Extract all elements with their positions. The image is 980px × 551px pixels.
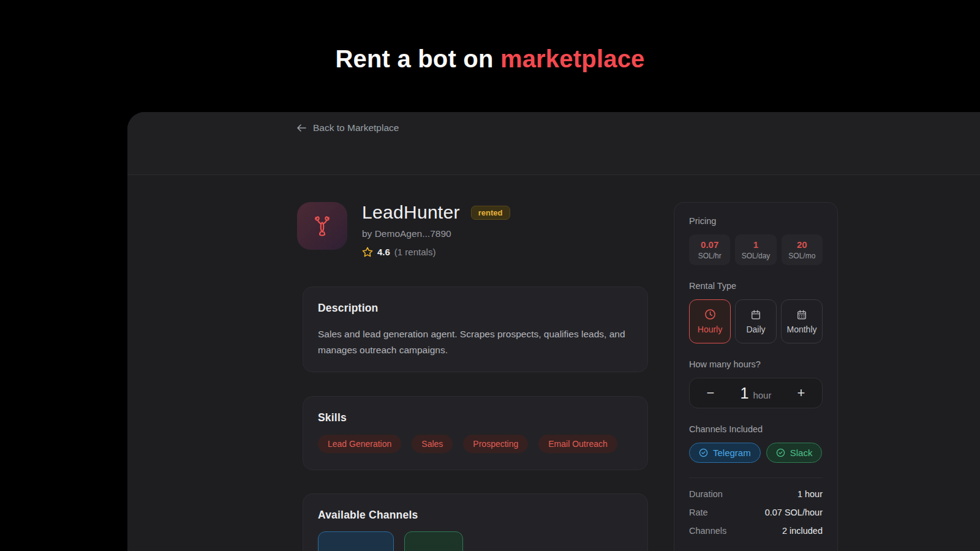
arrow-left-icon	[296, 124, 307, 132]
description-title: Description	[318, 302, 633, 315]
tier-value: 0.07	[690, 239, 729, 250]
summary-value: 0.07 SOL/hour	[765, 506, 823, 519]
rental-type-label-monthly: Monthly	[786, 324, 816, 334]
description-body: Sales and lead generation agent. Scrapes…	[318, 326, 633, 358]
summary-label: Channels	[689, 525, 726, 537]
calendar-icon	[750, 309, 761, 320]
bot-owner: by DemoAgen...7890	[362, 228, 510, 239]
summary-value: 2 included	[782, 525, 823, 537]
summary-label: Duration	[689, 488, 723, 500]
description-card: Description Sales and lead generation ag…	[303, 287, 648, 372]
available-channel-telegram[interactable]	[318, 531, 394, 551]
summary-label: Rate	[689, 506, 708, 519]
pricing-tier-daily: 1 SOL/day	[735, 234, 776, 265]
skill-pill: Email Outreach	[538, 435, 617, 453]
summary-row-rate: Rate 0.07 SOL/hour	[689, 506, 823, 519]
summary-row-duration: Duration 1 hour	[689, 488, 823, 500]
rating-value: 4.6	[377, 247, 390, 257]
available-channels-card: Available Channels	[303, 493, 648, 551]
tier-value: 20	[783, 239, 821, 250]
duration-label: How many hours?	[689, 359, 823, 369]
calendar-month-icon	[796, 309, 807, 320]
skill-pill: Sales	[412, 435, 453, 453]
page-title-accent: marketplace	[500, 45, 645, 72]
check-circle-icon	[699, 448, 708, 457]
pricing-label: Pricing	[689, 216, 823, 226]
back-link-label: Back to Marketplace	[313, 122, 399, 133]
channel-name: Slack	[790, 448, 813, 458]
rental-type-daily-button[interactable]: Daily	[735, 299, 777, 343]
hours-unit: hour	[753, 390, 771, 400]
pricing-tier-monthly: 20 SOL/mo	[782, 234, 823, 265]
hours-value: 1hour	[719, 384, 793, 402]
rental-type-label: Rental Type	[689, 281, 823, 291]
channels-included-label: Channels Included	[689, 424, 823, 434]
rental-type-label-daily: Daily	[746, 324, 765, 334]
skill-pill: Prospecting	[463, 435, 528, 453]
summary-divider	[689, 478, 823, 478]
status-badge: rented	[471, 206, 510, 220]
bot-avatar	[297, 202, 347, 250]
bot-info: LeadHunter rented by DemoAgen...7890 4.6…	[362, 202, 510, 257]
rental-type-monthly-button[interactable]: Monthly	[781, 299, 823, 343]
rental-summary: Duration 1 hour Rate 0.07 SOL/hour Chann…	[689, 488, 823, 537]
bot-header: LeadHunter rented by DemoAgen...7890 4.6…	[297, 202, 510, 257]
increment-button[interactable]: +	[793, 385, 810, 401]
lobster-icon	[310, 214, 334, 238]
channel-pill-telegram: Telegram	[689, 443, 761, 463]
available-channels-title: Available Channels	[318, 509, 633, 522]
channel-pill-slack: Slack	[766, 443, 823, 463]
skills-title: Skills	[318, 411, 633, 424]
tier-unit: SOL/hr	[690, 252, 729, 260]
channel-name: Telegram	[713, 448, 751, 458]
back-to-marketplace-link[interactable]: Back to Marketplace	[296, 122, 399, 133]
skill-pill: Lead Generation	[318, 435, 401, 453]
rental-panel: Pricing 0.07 SOL/hr 1 SOL/day 20 SOL/mo …	[674, 202, 838, 551]
rental-type-hourly-button[interactable]: Hourly	[689, 299, 731, 343]
clock-icon	[704, 309, 716, 320]
rental-type-options: Hourly Daily Monthly	[689, 299, 823, 343]
available-channel-slack[interactable]	[404, 531, 463, 551]
tier-unit: SOL/day	[736, 252, 775, 260]
tier-unit: SOL/mo	[783, 252, 821, 260]
rental-type-label-hourly: Hourly	[698, 324, 722, 334]
decrement-button[interactable]: −	[702, 385, 719, 401]
channels-included-pills: Telegram Slack	[689, 443, 823, 463]
skills-card: Skills Lead Generation Sales Prospecting…	[303, 396, 648, 470]
page-title-prefix: Rent a bot on	[335, 45, 500, 72]
tier-value: 1	[736, 239, 775, 250]
panel-header: Back to Marketplace	[127, 112, 980, 175]
hours-stepper: − 1hour +	[689, 378, 823, 408]
rating-count: (1 rentals)	[394, 247, 436, 257]
bot-name: LeadHunter	[362, 202, 460, 223]
check-circle-icon	[776, 448, 785, 457]
summary-row-channels: Channels 2 included	[689, 525, 823, 537]
summary-value: 1 hour	[797, 488, 823, 500]
pricing-tiers: 0.07 SOL/hr 1 SOL/day 20 SOL/mo	[689, 234, 823, 265]
hours-number: 1	[741, 384, 749, 402]
page-title: Rent a bot on marketplace	[0, 45, 980, 73]
pricing-tier-hourly: 0.07 SOL/hr	[689, 234, 730, 265]
star-icon	[362, 247, 373, 257]
